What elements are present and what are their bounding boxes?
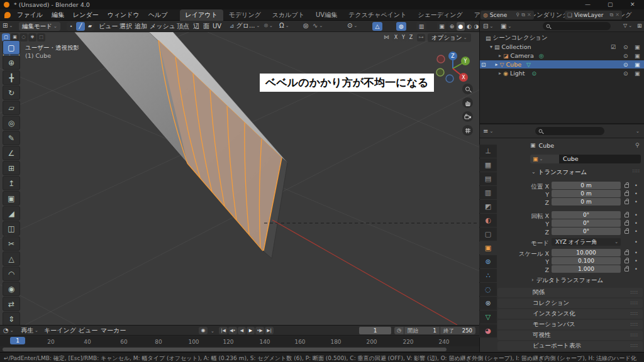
workspace-tab-sculpt[interactable]: スカルプト [267,9,310,21]
vertex-menu[interactable]: 頂点 [177,23,189,30]
vertex-select-button[interactable]: ∙ [67,22,75,31]
animate-dot[interactable]: • [635,250,638,256]
cube-render-icon[interactable]: ▣ [635,62,640,68]
camera-view-button[interactable] [462,111,473,122]
animate-dot[interactable]: • [635,191,638,197]
select-menu[interactable]: 選択 [119,23,132,30]
mirror-x-button[interactable]: X [392,34,399,41]
lock-icon[interactable] [625,184,629,188]
playback-menu[interactable]: 再生⌄ [21,327,38,334]
jump-to-end-button[interactable]: ▶| [265,327,274,334]
minimize-button[interactable]: — [585,2,591,8]
location-x-field[interactable]: 0 m [552,182,621,189]
face-menu[interactable]: 面 [203,23,209,30]
animate-dot[interactable]: • [635,239,638,245]
frame-start-field[interactable]: 開始1 [404,327,440,334]
object-data-selector[interactable]: ▣⌄ [530,155,559,163]
play-button[interactable]: ▶ [247,327,255,334]
disclosure-open-icon[interactable]: ▾ [490,44,492,50]
scene-tab[interactable]: ◩ [479,200,497,213]
auto-keying-record-button[interactable]: ◉ [199,327,208,334]
lock-icon[interactable] [625,192,629,196]
physics-tab[interactable]: ◌ [479,283,497,296]
shading-wireframe-button[interactable]: ⊕ [448,22,456,31]
workspace-tab-texture-paint[interactable]: テクスチャペイント [343,9,412,21]
outliner-filter-button[interactable]: ▽⌄ [623,23,632,28]
rotation-z-field[interactable]: 0° [552,228,621,235]
proportional-falloff-selector[interactable]: ∿⌄ [313,23,323,29]
mode-selector[interactable]: 編集モード⌄ [19,22,60,31]
shading-material-button[interactable]: ◐ [465,22,473,31]
collection-hide-eye-icon[interactable]: ⊙ [623,44,628,50]
shading-solid-button[interactable]: ● [457,22,465,31]
lock-icon[interactable] [625,260,629,263]
properties-editor-type-button[interactable]: ≡⌄ [483,128,493,134]
options-dropdown[interactable]: オプション⌄ [428,33,471,42]
show-gizmo-button[interactable]: △ [372,22,382,31]
animate-dot[interactable]: • [635,199,638,205]
auto-keying-caret[interactable]: ⌄ [211,329,214,334]
new-collection-button[interactable]: ⊞ [637,23,642,29]
bevel-tool-button[interactable]: ◢ [3,206,20,221]
loop-cut-tool-button[interactable]: ◫ [3,221,20,236]
show-overlays-button[interactable]: ◍ [396,22,406,31]
workspace-tab-uv[interactable]: UV編集 [310,9,343,21]
pin-icon[interactable]: ⚲ [635,143,640,148]
output-tab[interactable]: ▤ [479,172,497,185]
shrink-fatten-tool-button[interactable]: ⇕ [3,312,20,325]
material-tab[interactable]: ◕ [479,324,497,337]
navigation-gizmo[interactable]: Z Y X [433,48,473,89]
viewlayer-selector[interactable]: ❏ ViewLayer ⧉ ✕ [565,11,622,19]
properties-options-caret[interactable]: ⌄ [636,129,640,134]
menu-file[interactable]: ファイル [13,11,47,19]
viewport-display-panel[interactable]: ビューポート表示∷∷ [497,341,643,351]
annotate-tool-button[interactable]: ✎ [3,131,20,145]
disclosure-closed-icon[interactable]: ▸ [496,62,498,67]
current-frame-marker[interactable]: 1 [10,337,25,344]
lock-icon[interactable] [625,200,629,204]
visibility-dropdown[interactable]: ⊙⌄ [347,23,357,29]
disclosure-closed-icon[interactable]: ▸ [499,70,501,76]
panel-drag-dots[interactable]: ∷∷ [633,169,640,174]
collection-tab[interactable]: ▢ [479,228,497,241]
lock-icon[interactable] [625,251,629,255]
transform-orientation-selector[interactable]: ⊿ グロ...⌄ [230,23,260,29]
lock-icon[interactable] [625,222,629,226]
jump-to-start-button[interactable]: |◀ [219,327,228,334]
mesh-menu[interactable]: メッシュ [150,23,175,30]
tool-tab[interactable]: ⊥ [479,145,497,158]
particles-tab[interactable]: ∴ [479,269,497,282]
use-preview-range-button[interactable]: ◷ [394,327,404,334]
outliner-row-cube-selected[interactable]: ⊡ ▸ ▽ Cube ▽ ⊙ ▣ [480,60,644,69]
timeline-editor-type-button[interactable]: ◔⌄ [3,327,14,334]
scene-pin-icon[interactable]: ⚲ [516,13,519,18]
scene-unlink-icon[interactable]: ✕ [527,13,531,18]
animate-dot[interactable]: • [635,229,638,234]
cursor-tool-button[interactable]: ⊕ [3,55,20,70]
outliner-search-input[interactable] [543,22,611,30]
view-menu[interactable]: ビュー [99,23,118,30]
scale-y-field[interactable]: 0.100 [552,257,621,265]
lock-icon[interactable] [625,214,629,217]
uv-menu[interactable]: UV [213,23,221,30]
scene-copy-icon[interactable]: ⧉ [521,13,525,18]
pivot-point-selector[interactable]: ⌾⌄ [264,23,273,29]
animate-dot[interactable]: • [635,212,638,218]
rotation-mode-dropdown[interactable]: XYZ オイラー角⌄ [552,238,621,246]
scale-x-field[interactable]: 10.000 [552,249,621,256]
rotation-x-field[interactable]: 0° [552,211,621,219]
select-new-mode-button[interactable]: ⬚ [37,33,45,41]
motion-paths-panel[interactable]: モーションパス∷∷ [497,320,643,329]
select-circle-mode-button[interactable]: ◌ [19,33,28,41]
render-tab[interactable]: ▦ [479,158,497,172]
object-tab[interactable]: ▣ [479,241,497,255]
scene-selector[interactable]: ◍ Scene ⚲ ⧉ ✕ [480,11,534,19]
move-tool-button[interactable]: ╋ [3,70,20,85]
animate-dot[interactable]: • [635,258,638,264]
workspace-tab-shading[interactable]: シェーディング [412,9,468,21]
menu-help[interactable]: ヘルプ [144,11,172,19]
menu-edit[interactable]: 編集 [47,11,69,19]
collection-checkbox[interactable]: ☑ [611,44,616,50]
data-tab[interactable]: ▽ [479,310,497,324]
snap-toggle[interactable]: Ω⌄ [279,23,289,29]
